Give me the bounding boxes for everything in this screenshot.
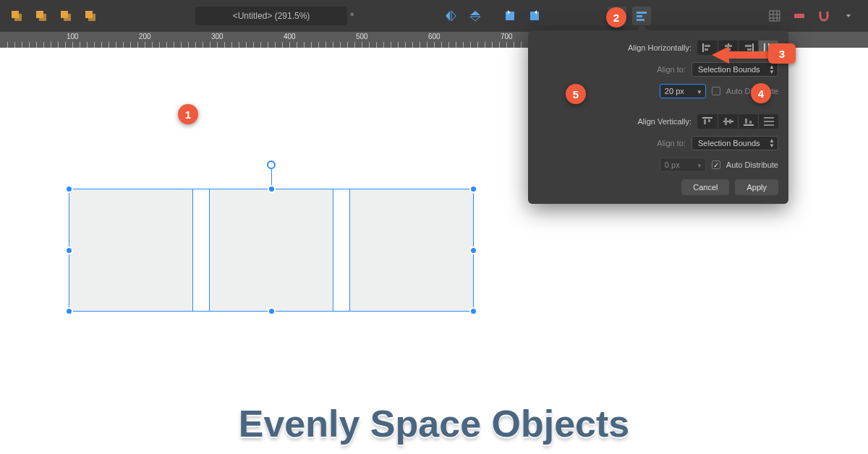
tab-icon-4[interactable] (81, 7, 100, 25)
flip-vertical-icon[interactable] (466, 7, 485, 25)
svg-marker-20 (846, 14, 851, 17)
align-bottom-button[interactable] (738, 114, 758, 129)
svg-rect-12 (506, 12, 514, 20)
svg-rect-34 (704, 119, 706, 124)
svg-rect-16 (637, 12, 647, 14)
svg-rect-41 (749, 121, 752, 124)
ruler-mark: 100 (67, 33, 79, 40)
svg-rect-7 (88, 14, 95, 21)
mirror-group (441, 7, 485, 25)
document-title[interactable]: <Untitled> (291.5%) (195, 7, 347, 25)
panel-arrow-icon (637, 25, 648, 30)
alignment-panel-icon[interactable] (632, 7, 651, 25)
grid-icon[interactable] (765, 7, 784, 25)
tab-icon-3[interactable] (56, 7, 75, 25)
snapping-icon[interactable] (814, 7, 833, 25)
ruler-mark: 300 (211, 33, 224, 40)
rotate-right-icon[interactable] (525, 7, 544, 25)
svg-rect-22 (705, 45, 710, 47)
align-top-button[interactable] (697, 114, 718, 129)
shape-rect-3[interactable] (349, 189, 474, 312)
svg-marker-10 (470, 11, 480, 15)
auto-distribute-h-checkbox[interactable] (712, 87, 720, 95)
callout-5: 5 (566, 84, 586, 104)
spacing-v-input: 0 px▼ (660, 158, 706, 172)
tab-strip (7, 7, 100, 25)
page-title: Evenly Space Objects (0, 402, 868, 445)
ruler-mark: 200 (139, 33, 151, 40)
callout-2: 2 (606, 7, 626, 27)
svg-rect-37 (725, 118, 727, 125)
rotate-left-icon[interactable] (501, 7, 519, 25)
align-vertical-buttons (697, 114, 778, 129)
callout-4: 4 (751, 83, 771, 103)
svg-rect-33 (702, 117, 712, 119)
align-to-v-value: Selection Bounds (698, 139, 760, 147)
align-to-v-dropdown[interactable]: Selection Bounds▲▼ (692, 136, 778, 150)
apply-button[interactable]: Apply (735, 179, 778, 195)
rotation-line (271, 169, 272, 185)
svg-marker-9 (451, 11, 456, 21)
callout-1: 1 (178, 104, 198, 124)
tab-icon-1[interactable] (7, 7, 26, 25)
align-horizontally-label: Align Horizontally: (628, 43, 692, 52)
svg-rect-23 (705, 48, 708, 51)
align-to-v-label: Align to: (657, 139, 686, 147)
snap-pixel-icon[interactable] (790, 7, 809, 25)
svg-rect-13 (530, 12, 539, 20)
svg-rect-44 (764, 124, 774, 126)
svg-rect-5 (64, 14, 71, 21)
ruler-mark: 400 (284, 33, 296, 40)
spacing-h-value: 20 px (665, 87, 684, 95)
svg-rect-39 (744, 124, 754, 126)
document-title-text: <Untitled> (291.5%) (233, 11, 310, 21)
tab-icon-2[interactable] (32, 7, 51, 25)
space-vertically-button[interactable] (758, 114, 778, 129)
svg-marker-11 (470, 17, 480, 21)
snap-group (765, 7, 858, 25)
arrow-icon (712, 46, 770, 67)
ruler-mark: 700 (501, 33, 513, 40)
rotate-group (501, 7, 544, 25)
spacing-h-input[interactable]: 20 px▼ (660, 84, 706, 98)
document-modified-indicator: * (350, 10, 354, 22)
cancel-button[interactable]: Cancel (681, 179, 729, 195)
spacing-v-value: 0 px (665, 160, 680, 169)
shape-rect-1[interactable] (69, 189, 193, 312)
align-middle-button[interactable] (718, 114, 738, 129)
svg-rect-17 (637, 15, 642, 17)
shape-rect-2[interactable] (209, 189, 333, 312)
svg-marker-45 (712, 46, 729, 64)
svg-rect-1 (14, 14, 22, 21)
svg-rect-35 (708, 119, 710, 122)
svg-rect-3 (39, 14, 46, 21)
svg-rect-21 (702, 43, 704, 52)
callout-3: 3 (768, 43, 796, 64)
svg-rect-40 (745, 119, 747, 124)
ruler-mark: 500 (356, 33, 368, 40)
rotation-handle[interactable] (267, 160, 276, 169)
align-to-h-label: Align to: (657, 65, 686, 74)
auto-distribute-v-checkbox[interactable]: ✓ (712, 160, 720, 169)
main-toolbar: <Untitled> (291.5%) * (0, 0, 868, 32)
svg-rect-43 (764, 121, 774, 122)
selection-group[interactable] (69, 189, 474, 312)
flip-horizontal-icon[interactable] (441, 7, 460, 25)
svg-rect-38 (729, 119, 731, 124)
auto-distribute-v-label: Auto Distribute (726, 160, 778, 169)
svg-marker-8 (446, 11, 450, 21)
svg-rect-42 (764, 117, 774, 119)
ruler-mark: 600 (428, 33, 441, 40)
snap-dropdown-icon[interactable] (839, 7, 858, 25)
svg-rect-19 (794, 14, 804, 18)
align-vertically-label: Align Vertically: (637, 117, 692, 126)
svg-rect-18 (637, 19, 644, 21)
